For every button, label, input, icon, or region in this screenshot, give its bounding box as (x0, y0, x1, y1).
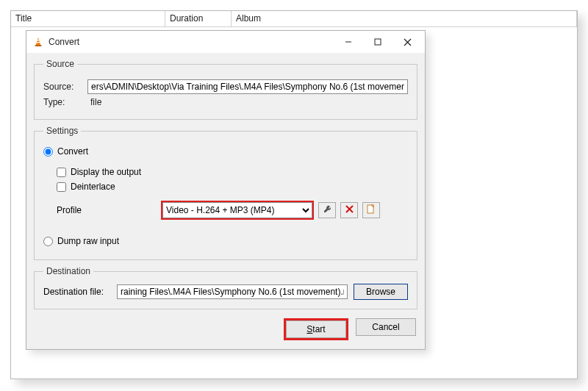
svg-marker-0 (36, 37, 41, 46)
minimize-button[interactable] (334, 32, 363, 52)
source-label: Source: (43, 82, 87, 92)
delete-profile-button[interactable] (340, 202, 358, 218)
svg-rect-3 (35, 46, 42, 47)
svg-rect-1 (37, 40, 40, 40)
start-button[interactable]: SStarttart (286, 320, 346, 338)
deinterlace-checkbox-input[interactable] (57, 182, 66, 192)
dialog-body: Source Source: Type: file Settings Conve… (26, 53, 425, 349)
source-input[interactable] (87, 79, 408, 94)
profile-select[interactable]: Video - H.264 + MP3 (MP4) (162, 202, 312, 218)
source-group: Source Source: Type: file (34, 59, 417, 120)
x-icon (345, 205, 354, 215)
cancel-button[interactable]: Cancel (356, 318, 416, 336)
dump-raw-radio-input[interactable] (43, 237, 53, 246)
column-album[interactable]: Album (232, 11, 577, 26)
start-button-label: SStarttart (306, 324, 325, 334)
convert-radio-label: Convert (57, 146, 88, 157)
settings-legend: Settings (43, 126, 81, 136)
maximize-button[interactable] (363, 32, 392, 52)
close-button[interactable] (392, 32, 422, 52)
dialog-title: Convert (49, 37, 334, 47)
dump-raw-label: Dump raw input (57, 236, 119, 246)
dialog-footer: SStarttart Cancel (34, 315, 417, 342)
main-window: Title Duration Album Convert (10, 10, 578, 379)
destination-input[interactable] (117, 284, 348, 299)
destination-legend: Destination (43, 266, 93, 276)
column-duration[interactable]: Duration (165, 11, 232, 26)
edit-profile-button[interactable] (318, 202, 336, 218)
browse-button[interactable]: Browse (354, 284, 408, 300)
vlc-cone-icon (32, 36, 44, 48)
svg-rect-5 (375, 39, 381, 45)
destination-group: Destination Destination file: Browse (34, 266, 417, 309)
new-profile-button[interactable] (362, 202, 380, 218)
titlebar: Convert (26, 31, 425, 53)
deinterlace-checkbox[interactable]: Deinterlace (57, 182, 408, 192)
type-label: Type: (43, 97, 87, 107)
settings-group: Settings Convert Display the output Dein… (34, 126, 417, 260)
playlist-header: Title Duration Album (11, 11, 577, 27)
profile-select-highlight: Video - H.264 + MP3 (MP4) (161, 201, 314, 220)
type-value: file (87, 97, 101, 107)
display-output-checkbox[interactable]: Display the output (57, 167, 408, 177)
start-button-highlight: SStarttart (284, 318, 348, 340)
svg-rect-2 (36, 42, 40, 43)
convert-dialog: Convert Source Source: Type: file (26, 30, 426, 350)
column-title[interactable]: Title (11, 11, 165, 26)
dump-raw-radio[interactable]: Dump raw input (43, 236, 408, 246)
convert-radio[interactable]: Convert (43, 146, 408, 157)
deinterlace-label: Deinterlace (71, 182, 115, 192)
profile-label: Profile (57, 205, 161, 215)
convert-radio-input[interactable] (43, 147, 53, 157)
wrench-icon (323, 204, 332, 216)
destination-label: Destination file: (43, 287, 117, 297)
display-output-label: Display the output (71, 167, 141, 177)
source-legend: Source (43, 59, 77, 69)
display-output-checkbox-input[interactable] (57, 168, 66, 177)
new-file-icon (367, 204, 376, 216)
